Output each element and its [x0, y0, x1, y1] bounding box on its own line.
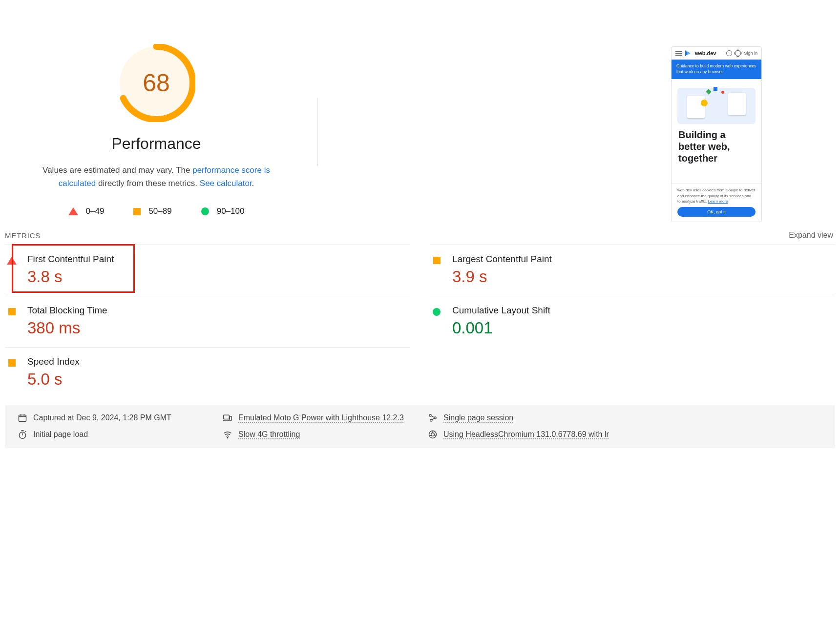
metric-value: 3.9 s	[452, 268, 552, 286]
preview-header: web.dev Sign in	[672, 47, 761, 60]
emulated-text: Emulated Moto G Power with Lighthouse 12…	[238, 413, 404, 422]
square-icon	[433, 257, 441, 264]
triangle-icon	[68, 207, 78, 215]
legend-fail: 0–49	[68, 206, 105, 216]
page-screenshot-preview: web.dev Sign in Guidance to build modern…	[671, 46, 762, 222]
legend-avg-label: 50–89	[148, 206, 171, 216]
metric-lcp[interactable]: Largest Contentful Paint 3.9 s	[430, 245, 835, 296]
footer-captured: Captured at Dec 9, 2024, 1:28 PM GMT	[18, 413, 223, 423]
metric-name: Cumulative Layout Shift	[452, 305, 550, 316]
metric-cls[interactable]: Cumulative Layout Shift 0.001	[430, 296, 835, 347]
captured-text: Captured at Dec 9, 2024, 1:28 PM GMT	[33, 413, 171, 422]
theme-icon	[735, 50, 741, 56]
metrics-grid: First Contentful Paint 3.8 s Largest Con…	[5, 245, 835, 398]
browser-text: Using HeadlessChromium 131.0.6778.69 wit…	[443, 430, 609, 439]
preview-illustration	[677, 88, 756, 124]
preview-hero-text: Building a better web, together	[672, 129, 761, 164]
desc-text-2: directly from these metrics.	[96, 179, 200, 188]
metric-speed-index[interactable]: Speed Index 5.0 s	[5, 347, 410, 398]
square-icon	[8, 359, 16, 367]
metric-tbt[interactable]: Total Blocking Time 380 ms	[5, 296, 410, 347]
preview-signin: Sign in	[744, 51, 757, 56]
footer-throttling[interactable]: Slow 4G throttling	[223, 430, 428, 439]
score-gauge: 68	[117, 44, 195, 122]
network-icon	[223, 430, 232, 439]
preview-logo-text: web.dev	[695, 50, 716, 56]
preview-cookie-notice: web.dev uses cookies from Google to deli…	[672, 183, 761, 207]
footer-emulated[interactable]: Emulated Moto G Power with Lighthouse 12…	[223, 413, 428, 423]
metrics-label: METRICS	[5, 231, 41, 240]
vertical-divider	[317, 98, 318, 166]
square-icon	[8, 308, 16, 315]
svg-point-11	[431, 433, 435, 436]
runtime-settings: Captured at Dec 9, 2024, 1:28 PM GMT Emu…	[5, 405, 835, 448]
legend-pass: 90–100	[201, 206, 245, 216]
svg-rect-3	[224, 415, 230, 419]
session-text: Single page session	[443, 413, 513, 422]
metric-name: First Contentful Paint	[27, 254, 114, 265]
period: .	[252, 179, 254, 188]
footer-initial-load: Initial page load	[18, 430, 223, 439]
metric-name: Total Blocking Time	[27, 305, 107, 316]
legend-average: 50–89	[133, 206, 171, 216]
svg-rect-4	[230, 416, 231, 420]
throttle-text: Slow 4G throttling	[238, 430, 300, 439]
preview-ok-button: OK, got it	[677, 207, 756, 217]
metric-value: 0.001	[452, 319, 550, 337]
see-calculator-link[interactable]: See calculator	[200, 179, 252, 188]
legend-fail-label: 0–49	[86, 206, 105, 216]
footer-browser[interactable]: Using HeadlessChromium 131.0.6778.69 wit…	[428, 430, 822, 439]
cookie-learn-more: Learn more	[708, 199, 728, 204]
svg-rect-2	[19, 415, 26, 422]
circle-icon	[433, 308, 441, 316]
calendar-icon	[18, 413, 27, 423]
stopwatch-icon	[18, 430, 27, 439]
circle-icon	[201, 207, 209, 215]
search-icon	[726, 50, 732, 56]
initial-text: Initial page load	[33, 430, 88, 439]
gauge-description: Values are estimated and may vary. The p…	[24, 164, 288, 190]
nodes-icon	[428, 413, 438, 423]
devices-icon	[223, 413, 232, 423]
footer-session[interactable]: Single page session	[428, 413, 822, 423]
metric-value: 3.8 s	[27, 268, 114, 286]
metric-name: Speed Index	[27, 356, 80, 367]
desc-text: Values are estimated and may vary. The	[42, 165, 192, 175]
metric-value: 5.0 s	[27, 370, 80, 389]
preview-banner: Guidance to build modern web experiences…	[672, 60, 761, 79]
score-value: 68	[117, 44, 195, 122]
square-icon	[133, 208, 141, 215]
metrics-header: METRICS Expand view	[5, 231, 835, 245]
gauge-area: 68 Performance Values are estimated and …	[5, 44, 308, 216]
triangle-icon	[7, 257, 17, 265]
expand-view-toggle[interactable]: Expand view	[789, 231, 833, 240]
webdev-logo-icon	[685, 50, 692, 57]
metric-name: Largest Contentful Paint	[452, 254, 552, 265]
gauge-title: Performance	[111, 135, 201, 153]
score-legend: 0–49 50–89 90–100	[68, 206, 245, 216]
metric-fcp[interactable]: First Contentful Paint 3.8 s	[5, 245, 410, 296]
legend-pass-label: 90–100	[217, 206, 245, 216]
chrome-icon	[428, 430, 438, 439]
svg-point-9	[227, 437, 228, 438]
performance-summary: 68 Performance Values are estimated and …	[5, 0, 835, 231]
hamburger-icon	[675, 50, 682, 57]
metric-value: 380 ms	[27, 319, 107, 337]
